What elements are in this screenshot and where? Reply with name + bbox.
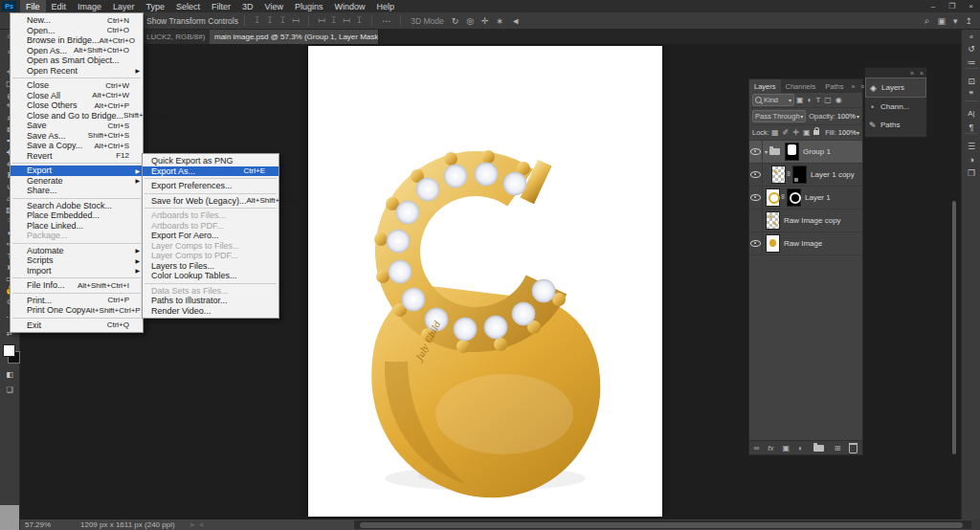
- layer-name[interactable]: Raw Image: [784, 239, 822, 248]
- flyout-item-layers[interactable]: ◈ Layers: [865, 77, 926, 98]
- filter-kind-dropdown[interactable]: Kind ▾: [752, 94, 794, 106]
- flyout-item-paths[interactable]: ✎ Paths: [865, 116, 926, 134]
- menu-item-export-as[interactable]: Export As...Ctrl+E: [143, 166, 278, 177]
- menu-item-close-and-go-to-bridge[interactable]: Close and Go to Bridge...Shift+Ctrl+W: [11, 111, 143, 121]
- status-next-icon[interactable]: >: [190, 521, 200, 528]
- layer-mask-thumbnail[interactable]: [787, 188, 801, 207]
- menu-item-export-for-aero[interactable]: Export For Aero...: [143, 231, 278, 241]
- panel-collapse-icon[interactable]: »: [848, 79, 858, 93]
- menu-item-new[interactable]: New...Ctrl+N: [11, 15, 143, 26]
- menu-help[interactable]: Help: [371, 0, 401, 12]
- adjustments-panel-icon[interactable]: ◑: [962, 153, 980, 166]
- status-bar-arrows[interactable]: ><: [190, 521, 210, 528]
- link-layers-icon[interactable]: ∞: [753, 444, 759, 453]
- 3d-roll-icon[interactable]: ◎: [462, 16, 478, 26]
- menu-item-print-one-copy[interactable]: Print One CopyAlt+Shift+Ctrl+P: [11, 305, 143, 316]
- 3d-dolly-icon[interactable]: ◄: [507, 16, 523, 26]
- menu-view[interactable]: View: [259, 0, 289, 12]
- layer-mask-thumbnail[interactable]: [785, 143, 799, 161]
- filter-type-layers-icon[interactable]: T: [813, 96, 822, 104]
- distribute-vertical-icon[interactable]: ⌶: [353, 15, 366, 26]
- layer-thumbnail[interactable]: [771, 166, 786, 184]
- visibility-toggle[interactable]: [749, 232, 763, 254]
- chevron-down-icon[interactable]: ▾: [857, 113, 859, 120]
- layer-row-group-1[interactable]: ▾ Group 1: [749, 141, 862, 164]
- layer-thumbnail[interactable]: [766, 188, 780, 207]
- tab-layers[interactable]: Layers: [749, 79, 781, 93]
- layer-row-raw-image[interactable]: Raw Image: [749, 232, 862, 255]
- document-tab-main-image[interactable]: main image.psd @ 57.3% (Group 1, Layer M…: [210, 29, 379, 44]
- layer-effects-icon[interactable]: fx: [768, 444, 773, 453]
- layer-name[interactable]: Group 1: [803, 147, 831, 156]
- align-middle-icon[interactable]: ⌶: [290, 14, 301, 27]
- flyout-collapse-icon[interactable]: »: [907, 70, 917, 77]
- restore-button[interactable]: ❐: [942, 2, 962, 11]
- menu-item-open-as[interactable]: Open As...Alt+Shift+Ctrl+O: [11, 46, 143, 56]
- distribute-top-icon[interactable]: ⌶: [316, 14, 326, 27]
- menu-item-browse-in-bridge[interactable]: Browse in Bridge...Alt+Ctrl+O: [11, 35, 143, 46]
- menu-item-close-all[interactable]: Close AllAlt+Ctrl+W: [11, 91, 143, 101]
- menu-item-export[interactable]: Export▶: [11, 166, 143, 176]
- fill-value[interactable]: 100%: [838, 128, 857, 137]
- visibility-toggle[interactable]: [749, 164, 763, 186]
- visibility-toggle[interactable]: [749, 141, 763, 163]
- status-prev-icon[interactable]: <: [200, 521, 210, 528]
- workspace-icon[interactable]: ▣: [933, 16, 949, 26]
- properties-panel-icon[interactable]: ☰: [962, 140, 980, 152]
- menu-item-save[interactable]: SaveCtrl+S: [11, 121, 143, 131]
- menu-item-save-for-web-legacy[interactable]: Save for Web (Legacy)...Alt+Shift+Ctrl+S: [143, 196, 278, 207]
- layer-row-layer-1[interactable]: ∞ Layer 1: [749, 187, 862, 210]
- menu-item-close[interactable]: CloseCtrl+W: [11, 80, 143, 91]
- menu-item-search-adobe-stock[interactable]: Search Adobe Stock...: [11, 201, 143, 211]
- filter-pixel-layers-icon[interactable]: ▣: [794, 96, 806, 104]
- menu-item-import[interactable]: Import▶: [11, 266, 143, 276]
- add-layer-mask-icon[interactable]: ▣: [782, 444, 790, 453]
- mask-link-icon[interactable]: ∞: [786, 171, 792, 178]
- delete-layer-icon[interactable]: [849, 443, 858, 453]
- opacity-value[interactable]: 100%: [837, 112, 856, 121]
- notes-panel-icon[interactable]: ❞: [962, 88, 980, 100]
- menu-window[interactable]: Window: [329, 0, 371, 12]
- horizontal-scrollbar-track[interactable]: [354, 520, 971, 529]
- layer-name[interactable]: Layer 1 copy: [811, 170, 855, 179]
- menu-item-color-lookup-tables[interactable]: Color Lookup Tables...: [143, 271, 278, 281]
- vertical-scrollbar[interactable]: [952, 201, 956, 454]
- menu-item-quick-export-as-png[interactable]: Quick Export as PNG: [143, 156, 278, 166]
- filter-adjustment-layers-icon[interactable]: ◐: [806, 96, 814, 104]
- chevron-down-icon[interactable]: ▾: [857, 129, 859, 136]
- new-layer-icon[interactable]: ⊞: [835, 444, 841, 453]
- menu-select[interactable]: Select: [170, 0, 206, 12]
- menu-item-automate[interactable]: Automate▶: [11, 246, 143, 256]
- share-icon[interactable]: ↥: [961, 16, 980, 26]
- show-transform-controls-label[interactable]: Show Transform Controls: [146, 16, 238, 26]
- minimize-button[interactable]: –: [924, 2, 942, 11]
- menu-type[interactable]: Type: [141, 0, 171, 12]
- tab-channels[interactable]: Channels: [781, 79, 821, 93]
- screen-mode-icon[interactable]: ❏: [0, 385, 19, 396]
- visibility-toggle[interactable]: [749, 187, 763, 209]
- visibility-toggle[interactable]: [749, 210, 763, 232]
- actions-panel-icon[interactable]: ≔: [962, 55, 980, 68]
- menu-layer[interactable]: Layer: [107, 0, 141, 12]
- horizontal-scrollbar-thumb[interactable]: [360, 522, 963, 528]
- document-canvas[interactable]: July Child: [308, 46, 662, 517]
- layer-row-raw-image-copy[interactable]: Raw Image copy: [749, 210, 862, 232]
- menu-item-print[interactable]: Print...Ctrl+P: [11, 296, 143, 306]
- lock-all-icon[interactable]: [813, 130, 819, 135]
- close-button[interactable]: ×: [962, 2, 980, 11]
- menu-item-revert[interactable]: RevertF12: [11, 151, 143, 162]
- menu-item-scripts[interactable]: Scripts▶: [11, 255, 143, 266]
- filter-smart-objects-icon[interactable]: ◉: [834, 96, 844, 104]
- lock-position-icon[interactable]: ✛: [791, 128, 801, 137]
- menu-item-place-linked[interactable]: Place Linked...: [11, 221, 143, 232]
- paragraph-panel-icon[interactable]: ¶: [962, 121, 980, 133]
- layer-mask-thumbnail[interactable]: [792, 166, 807, 184]
- 3d-slide-icon[interactable]: ∗: [493, 16, 508, 26]
- menu-edit[interactable]: Edit: [46, 0, 73, 12]
- search-icon[interactable]: ⌕: [921, 15, 934, 27]
- menu-item-file-info[interactable]: File Info...Alt+Shift+Ctrl+I: [11, 280, 143, 291]
- menu-item-paths-to-illustrator[interactable]: Paths to Illustrator...: [143, 296, 278, 306]
- clone-source-panel-icon[interactable]: ⊡: [962, 75, 980, 87]
- menu-item-save-a-copy[interactable]: Save a Copy...Alt+Ctrl+S: [11, 141, 143, 151]
- align-left-icon[interactable]: ⌶: [251, 15, 263, 26]
